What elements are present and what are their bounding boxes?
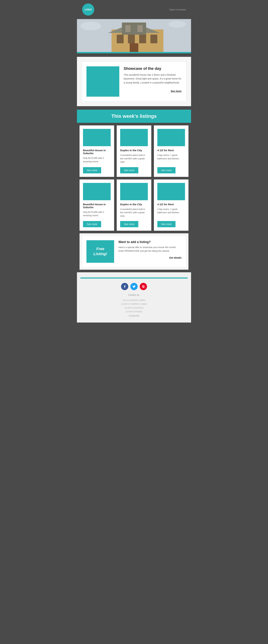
listing-image-1: [83, 129, 111, 146]
listing-title-4: Beautiful House in Suburbs: [83, 203, 111, 209]
free-listing-content: Want to add a listing? Here's a special …: [119, 240, 182, 259]
listing-card-2: Duplex in the City A wonderful place bui…: [117, 126, 151, 177]
showcase-card: Showcase of the day This wonderful house…: [82, 62, 186, 101]
listing-card-1: Beautiful House in Suburbs Only $170,000…: [80, 126, 114, 177]
listing-see-more-btn-5[interactable]: See more: [120, 221, 138, 227]
logo: LOGO: [82, 4, 94, 16]
email-header: LOGO Open in browser: [77, 0, 191, 19]
open-in-browser-link[interactable]: Open in browser: [169, 8, 186, 11]
footer-teal-bar: [80, 278, 188, 278]
hero-image: [77, 19, 191, 52]
showcase-see-more-link[interactable]: See more: [124, 90, 182, 92]
listings-row-2: Beautiful House in Suburbs Only $170,000…: [80, 180, 188, 231]
listing-title-2: Duplex in the City: [120, 149, 148, 152]
listing-see-more-btn-1[interactable]: See more: [83, 167, 101, 174]
hero-building-svg: [77, 19, 191, 52]
listing-see-more-btn-3[interactable]: See more: [157, 167, 175, 174]
listing-image-6: [157, 183, 185, 200]
footer-company: [CLIENTS COMPANY_NAME]: [80, 302, 188, 306]
listing-desc-2: A wonderful place built in the mid-60's …: [120, 154, 148, 164]
listing-desc-4: Only $170,000 with 2 amazing rooms: [83, 210, 111, 218]
pinterest-icon[interactable]: [140, 283, 147, 290]
facebook-icon[interactable]: [121, 283, 128, 290]
showcase-image: [86, 66, 119, 97]
footer-phone: [CLIENTS.PHONE]: [80, 310, 188, 314]
svg-point-2: [169, 21, 186, 28]
listing-img-placeholder-5: [127, 185, 141, 198]
listing-img-placeholder-2: [127, 130, 141, 144]
svg-rect-12: [130, 43, 138, 52]
unsubscribe-link[interactable]: Unsubscribe: [80, 314, 188, 317]
listing-image-4: [83, 183, 111, 200]
listing-image-5: [120, 183, 148, 200]
svg-rect-10: [125, 25, 131, 32]
listing-img-placeholder-6: [164, 185, 178, 198]
listing-see-more-btn-4[interactable]: See more: [83, 221, 101, 227]
svg-rect-7: [128, 35, 135, 43]
listings-banner: This week's listings: [77, 110, 191, 123]
free-listing-badge-text: Free Listing!: [93, 246, 107, 256]
listing-card-4: Beautiful House in Suburbs Only $170,000…: [80, 180, 114, 231]
listing-image-3: [157, 129, 185, 146]
free-listing-section: Free Listing! Want to add a listing? Her…: [80, 233, 188, 270]
listing-desc-3: 2 big rooms, 1 great bathroom and kitche…: [157, 154, 185, 164]
listing-title-6: 4 1/2 for Rent: [157, 203, 185, 206]
social-icons: [80, 283, 188, 290]
listing-see-more-btn-2[interactable]: See more: [120, 167, 138, 174]
listing-desc-5: A wonderful place built in the mid-60's …: [120, 208, 148, 218]
svg-point-1: [80, 22, 101, 30]
showcase-section: Showcase of the day This wonderful house…: [77, 57, 191, 106]
listing-title-1: Beautiful House in Suburbs: [83, 149, 111, 155]
listing-card-6: 4 1/2 for Rent 2 big rooms, 1 great bath…: [154, 180, 188, 231]
listing-title-5: Duplex in the City: [120, 203, 148, 206]
listing-see-more-btn-6[interactable]: See more: [157, 221, 175, 227]
showcase-description: This wonderful house has 2 floors and a …: [124, 73, 182, 84]
twitter-icon[interactable]: [130, 283, 138, 290]
svg-rect-8: [139, 35, 146, 43]
listing-card-3: 4 1/2 for Rent 2 big rooms, 1 great bath…: [154, 126, 188, 177]
footer-sent-by: Sent by [SENDER_NAME]: [80, 298, 188, 302]
showcase-content: Showcase of the day This wonderful house…: [124, 66, 182, 92]
listing-desc-6: 2 big rooms, 1 great bathroom and kitche…: [157, 208, 185, 218]
listing-img-placeholder-3: [164, 130, 178, 144]
svg-rect-9: [150, 35, 157, 43]
listings-row-1: Beautiful House in Suburbs Only $170,000…: [80, 126, 188, 177]
hero-teal-bar: [77, 52, 191, 53]
listing-image-2: [120, 129, 148, 146]
free-listing-card: Free Listing! Want to add a listing? Her…: [82, 236, 186, 267]
listings-grid: Beautiful House in Suburbs Only $170,000…: [77, 123, 191, 272]
footer-address: [CLIENTS.ADDRESS]: [80, 306, 188, 310]
svg-rect-11: [137, 25, 143, 32]
listing-title-3: 4 1/2 for Rent: [157, 149, 185, 152]
listing-card-5: Duplex in the City A wonderful place bui…: [117, 180, 151, 231]
get-details-link[interactable]: Get details: [119, 256, 182, 259]
listing-img-placeholder-4: [90, 185, 104, 198]
listing-img-placeholder-1: [90, 130, 104, 144]
free-listing-description: Here's a special offer to showcase your …: [119, 246, 182, 253]
listing-desc-1: Only $170,000 with 2 amazing rooms: [83, 156, 111, 164]
listings-banner-title: This week's listings: [111, 114, 157, 119]
free-listing-title: Want to add a listing?: [119, 240, 182, 244]
footer-info: Sent by [SENDER_NAME] [CLIENTS COMPANY_N…: [80, 298, 188, 317]
footer-contact-label: Contact us:: [80, 294, 188, 296]
free-listing-badge: Free Listing!: [86, 240, 114, 263]
email-wrapper: LOGO Open in browser: [77, 0, 191, 322]
svg-rect-6: [117, 35, 124, 43]
email-footer: Contact us: Sent by [SENDER_NAME] [CLIEN…: [77, 272, 191, 322]
showcase-title: Showcase of the day: [124, 66, 182, 71]
